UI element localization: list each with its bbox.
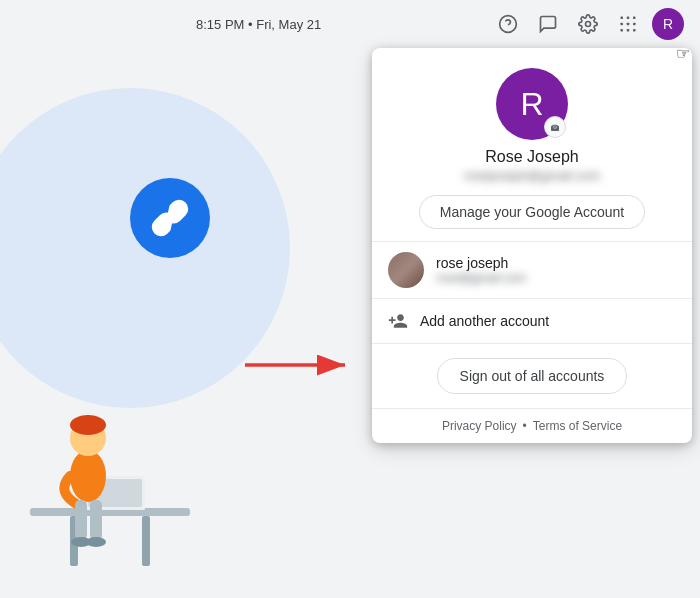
svg-rect-3 bbox=[621, 17, 624, 20]
help-icon[interactable] bbox=[492, 8, 524, 40]
footer-links: Privacy Policy • Terms of Service bbox=[372, 409, 692, 443]
chain-icon bbox=[130, 178, 210, 258]
svg-rect-11 bbox=[633, 29, 636, 32]
svg-rect-5 bbox=[633, 17, 636, 20]
svg-point-20 bbox=[70, 415, 106, 435]
apps-icon[interactable] bbox=[612, 8, 644, 40]
account-row[interactable]: rose joseph rose@gmail.com bbox=[372, 242, 692, 299]
svg-rect-9 bbox=[621, 29, 624, 32]
topbar-time: 8:15 PM • Fri, May 21 bbox=[196, 17, 321, 32]
chat-icon[interactable] bbox=[532, 8, 564, 40]
svg-rect-8 bbox=[633, 23, 636, 26]
profile-email: rosejoseph@gmail.com bbox=[464, 168, 600, 183]
svg-rect-22 bbox=[90, 500, 102, 540]
manage-account-button[interactable]: Manage your Google Account bbox=[419, 195, 645, 229]
account-thumbnail bbox=[388, 252, 424, 288]
signout-section: Sign out of all accounts bbox=[372, 344, 692, 409]
svg-rect-21 bbox=[75, 500, 87, 540]
footer-dot: • bbox=[523, 419, 527, 433]
add-account-icon bbox=[388, 311, 408, 331]
svg-rect-14 bbox=[142, 516, 150, 566]
terms-of-service-link[interactable]: Terms of Service bbox=[533, 419, 622, 433]
account-name: rose joseph bbox=[436, 255, 526, 271]
add-account-label: Add another account bbox=[420, 313, 549, 329]
settings-icon[interactable] bbox=[572, 8, 604, 40]
add-account-row[interactable]: Add another account bbox=[372, 299, 692, 344]
svg-rect-7 bbox=[627, 23, 630, 26]
svg-rect-10 bbox=[627, 29, 630, 32]
signout-button[interactable]: Sign out of all accounts bbox=[437, 358, 628, 394]
account-avatar-button[interactable]: R bbox=[652, 8, 684, 40]
background-illustration bbox=[0, 48, 340, 598]
profile-name: Rose Joseph bbox=[485, 148, 578, 166]
dropdown-header: R Rose Joseph rosejoseph@gmail.com Manag… bbox=[372, 48, 692, 242]
topbar: 8:15 PM • Fri, May 21 bbox=[0, 0, 700, 48]
svg-point-18 bbox=[70, 450, 106, 502]
svg-point-24 bbox=[86, 537, 106, 547]
camera-badge[interactable] bbox=[544, 116, 566, 138]
person-illustration bbox=[10, 318, 210, 578]
svg-rect-4 bbox=[627, 17, 630, 20]
svg-point-2 bbox=[586, 22, 591, 27]
account-email: rose@gmail.com bbox=[436, 271, 526, 285]
profile-avatar-wrap: R bbox=[496, 68, 568, 140]
svg-rect-6 bbox=[621, 23, 624, 26]
account-dropdown: R Rose Joseph rosejoseph@gmail.com Manag… bbox=[372, 48, 692, 443]
privacy-policy-link[interactable]: Privacy Policy bbox=[442, 419, 517, 433]
